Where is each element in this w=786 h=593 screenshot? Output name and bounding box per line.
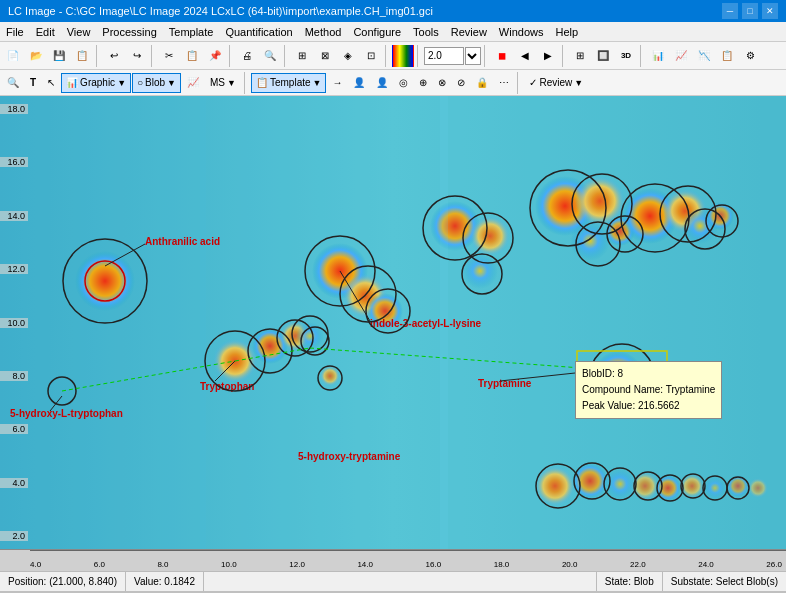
- xaxis-labels: 4.0 6.0 8.0 10.0 12.0 14.0 16.0 18.0 20.…: [30, 550, 786, 571]
- yaxis-16: 16.0: [0, 157, 28, 167]
- maximize-button[interactable]: □: [742, 3, 758, 19]
- review-dropdown-button[interactable]: ✓ Review ▼: [524, 73, 588, 93]
- svg-point-24: [535, 466, 575, 506]
- menu-review[interactable]: Review: [445, 22, 493, 41]
- menu-quantification[interactable]: Quantification: [219, 22, 298, 41]
- graphic-dropdown-button[interactable]: 📊 Graphic ▼: [61, 73, 131, 93]
- circle-button[interactable]: ◎: [394, 73, 413, 93]
- fit-button[interactable]: ⊞: [569, 45, 591, 67]
- close-button[interactable]: ✕: [762, 3, 778, 19]
- svg-point-2: [75, 251, 135, 311]
- person2-button[interactable]: 👤: [371, 73, 393, 93]
- copy-button[interactable]: 📋: [181, 45, 203, 67]
- svg-point-30: [703, 476, 727, 500]
- color-button[interactable]: [392, 45, 414, 67]
- tool1-button[interactable]: ⊞: [291, 45, 313, 67]
- compound-tooltip: BlobID: 8 Compound Name: Tryptamine Peak…: [575, 361, 722, 419]
- person-button[interactable]: 👤: [348, 73, 370, 93]
- zoom-out-button[interactable]: 🔲: [592, 45, 614, 67]
- open-button[interactable]: 📂: [25, 45, 47, 67]
- find-button[interactable]: 🔍: [259, 45, 281, 67]
- export3-button[interactable]: 📉: [693, 45, 715, 67]
- toolbar2: 🔍 T ↖ 📊 Graphic ▼ ○ Blob ▼ 📈 MS ▼ 📋 Temp…: [0, 70, 786, 96]
- menu-template[interactable]: Template: [163, 22, 220, 41]
- label-tryptophan: Tryptophan: [200, 381, 254, 392]
- menu-view[interactable]: View: [61, 22, 97, 41]
- export1-button[interactable]: 📊: [647, 45, 669, 67]
- blob-dropdown-button[interactable]: ○ Blob ▼: [132, 73, 181, 93]
- print-button[interactable]: 🖨: [236, 45, 258, 67]
- ms-dropdown-button[interactable]: MS ▼: [205, 73, 241, 93]
- blob-dropdown-arrow: ▼: [167, 78, 176, 88]
- svg-point-12: [470, 216, 510, 256]
- save2-button[interactable]: 📋: [71, 45, 93, 67]
- arrow-button[interactable]: →: [327, 73, 347, 93]
- export4-button[interactable]: 📋: [716, 45, 738, 67]
- chart-button[interactable]: 📈: [182, 73, 204, 93]
- nav-right-button[interactable]: ▶: [537, 45, 559, 67]
- new-button[interactable]: 📄: [2, 45, 24, 67]
- save-button[interactable]: 💾: [48, 45, 70, 67]
- graphic-dropdown-arrow: ▼: [117, 78, 126, 88]
- svg-point-10: [320, 366, 340, 386]
- main-canvas[interactable]: Anthranilic acid Tryptophan 5-hydroxy-L-…: [0, 96, 786, 549]
- toolbar1: 📄 📂 💾 📋 ↩ ↪ ✂ 📋 📌 🖨 🔍 ⊞ ⊠ ◈ ⊡ 2.0 ◼ ◀ ▶ …: [0, 42, 786, 70]
- zoom-dropdown[interactable]: [465, 47, 481, 65]
- more-button[interactable]: ⋯: [494, 73, 514, 93]
- menu-help[interactable]: Help: [549, 22, 584, 41]
- window-controls: ─ □ ✕: [722, 3, 778, 19]
- svg-point-28: [655, 475, 681, 501]
- tool-b-button[interactable]: ⊗: [433, 73, 451, 93]
- template-label: Template: [270, 77, 311, 88]
- view3d-button[interactable]: 3D: [615, 45, 637, 67]
- window-title: LC Image - C:\GC Image\LC Image 2024 LCx…: [8, 5, 722, 17]
- graphic-label: Graphic: [80, 77, 115, 88]
- menu-windows[interactable]: Windows: [493, 22, 550, 41]
- menu-edit[interactable]: Edit: [30, 22, 61, 41]
- export2-button[interactable]: 📈: [670, 45, 692, 67]
- text-button[interactable]: T: [25, 73, 41, 93]
- cursor-button[interactable]: ↖: [42, 73, 60, 93]
- yaxis-2: 2.0: [0, 531, 28, 541]
- redo-button[interactable]: ↪: [126, 45, 148, 67]
- menu-file[interactable]: File: [0, 22, 30, 41]
- paste-button[interactable]: 📌: [204, 45, 226, 67]
- template-dropdown-button[interactable]: 📋 Template ▼: [251, 73, 327, 93]
- cut-button[interactable]: ✂: [158, 45, 180, 67]
- template-icon: 📋: [256, 77, 268, 88]
- template-dropdown-arrow: ▼: [313, 78, 322, 88]
- search-button[interactable]: 🔍: [2, 73, 24, 93]
- tool4-button[interactable]: ⊡: [360, 45, 382, 67]
- svg-point-25: [572, 463, 608, 499]
- tool3-button[interactable]: ◈: [337, 45, 359, 67]
- tool-a-button[interactable]: ⊕: [414, 73, 432, 93]
- label-5-hydroxy-tryptamine: 5-hydroxy-tryptamine: [298, 451, 400, 462]
- status-position: Position: (21.000, 8.840): [0, 572, 126, 591]
- lock-button[interactable]: 🔒: [471, 73, 493, 93]
- blob-icon: ○: [137, 77, 143, 88]
- undo-button[interactable]: ↩: [103, 45, 125, 67]
- substate-label: Substate: Select Blob(s): [671, 576, 778, 587]
- ms-label: MS: [210, 77, 225, 88]
- menu-tools[interactable]: Tools: [407, 22, 445, 41]
- blob-label: Blob: [145, 77, 165, 88]
- zoom-input[interactable]: 2.0: [424, 47, 464, 65]
- minimize-button[interactable]: ─: [722, 3, 738, 19]
- yaxis-18: 18.0: [0, 104, 28, 114]
- menu-configure[interactable]: Configure: [347, 22, 407, 41]
- xaxis-4: 4.0: [30, 560, 41, 569]
- xaxis-16: 16.0: [426, 560, 442, 569]
- review-label: Review: [539, 77, 572, 88]
- svg-rect-34: [200, 96, 206, 549]
- statusbar: Position: (21.000, 8.840) Value: 0.1842 …: [0, 571, 786, 591]
- nav-left-button[interactable]: ◀: [514, 45, 536, 67]
- menu-method[interactable]: Method: [299, 22, 348, 41]
- tool2-button[interactable]: ⊠: [314, 45, 336, 67]
- menu-processing[interactable]: Processing: [96, 22, 162, 41]
- zoom-in-button[interactable]: ◼: [491, 45, 513, 67]
- titlebar: LC Image - C:\GC Image\LC Image 2024 LCx…: [0, 0, 786, 22]
- tool-c-button[interactable]: ⊘: [452, 73, 470, 93]
- status-substate: Substate: Select Blob(s): [662, 572, 786, 591]
- export5-button[interactable]: ⚙: [739, 45, 761, 67]
- xaxis-18: 18.0: [494, 560, 510, 569]
